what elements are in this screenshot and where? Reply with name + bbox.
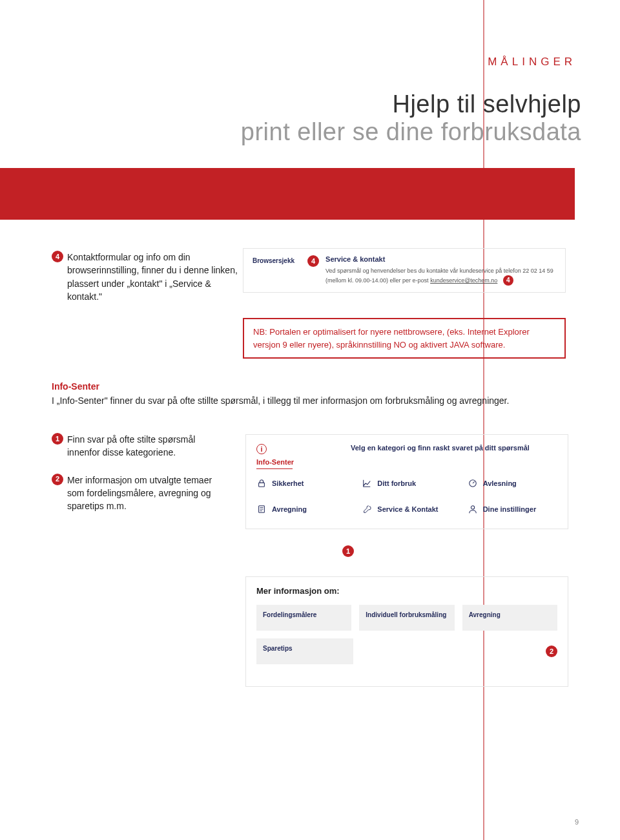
info-senter-section: Info-Senter I „Info-Senter" finner du sv… xyxy=(52,381,568,408)
more-item-sparetips[interactable]: Sparetips xyxy=(256,638,353,664)
more-item-avregning[interactable]: Avregning xyxy=(462,605,557,631)
mp-label: Avregning xyxy=(469,611,501,618)
running-head: MÅLINGER xyxy=(488,56,576,68)
category-prompt: Velg en kategori og finn raskt svaret på… xyxy=(351,444,557,452)
faq-text-2: Mer informasjon om utvalgte temaer som f… xyxy=(67,474,226,513)
active-underline xyxy=(256,468,293,469)
faq-bullet-2: 2 xyxy=(52,474,63,485)
faq-column: 1 Finn svar på ofte stilte spørsmål inne… xyxy=(52,433,226,527)
svg-point-7 xyxy=(471,506,474,509)
more-item-individuell[interactable]: Individuell forbruksmåling xyxy=(359,605,454,631)
category-ditt-forbruk[interactable]: Ditt forbruk xyxy=(362,478,451,488)
category-label: Avregning xyxy=(272,505,307,513)
title-line1: Hjelp til selvhjelp xyxy=(39,90,581,118)
page-number: 9 xyxy=(575,818,579,826)
bullet-4: 4 xyxy=(52,251,63,262)
tool-icon xyxy=(362,504,372,514)
snippet-email-link[interactable]: kundeservice@techem.no xyxy=(430,277,497,284)
category-label: Service & Kontakt xyxy=(377,505,438,513)
more-item-fordelingsmalere[interactable]: Fordelingsmålere xyxy=(256,605,351,631)
snippet-service-body: Ved spørsmål og henvendelser bes du kont… xyxy=(326,267,556,286)
category-avlesning[interactable]: Avlesning xyxy=(468,478,557,488)
page-title: Hjelp til selvhjelp print eller se dine … xyxy=(39,90,581,146)
document-icon xyxy=(256,504,267,514)
info-senter-heading: Info-Senter xyxy=(52,381,568,392)
info-senter-body: I „Info-Senter" finner du svar på ofte s… xyxy=(52,394,568,408)
browsersjekk-label: Browsersjekk xyxy=(253,255,294,267)
mp-label: Fordelingsmålere xyxy=(263,611,316,618)
mp-label: Individuell forbruksmåling xyxy=(366,611,446,618)
category-label: Sikkerhet xyxy=(272,479,304,487)
callout-bullet-2: 2 xyxy=(546,646,557,657)
chart-icon xyxy=(362,478,372,488)
faq-bullet-1: 1 xyxy=(52,433,63,445)
category-label: Ditt forbruk xyxy=(377,479,416,487)
category-service-kontakt[interactable]: Service & Kontakt xyxy=(362,504,451,514)
category-label: Dine instillinger xyxy=(483,505,537,513)
snippet-sub-bullet: 4 xyxy=(503,275,513,286)
section-4-text: Kontaktformular og info om din browserin… xyxy=(67,251,242,303)
category-avregning[interactable]: Avregning xyxy=(256,504,346,514)
faq-item-1: 1 Finn svar på ofte stilte spørsmål inne… xyxy=(52,433,226,459)
more-info-panel: Mer informasjon om: Fordelingsmålere Ind… xyxy=(245,576,568,687)
category-dine-instillinger[interactable]: Dine instillinger xyxy=(468,504,557,514)
faq-text-1: Finn svar på ofte stilte spørsmål innenf… xyxy=(67,433,226,459)
info-senter-category-panel: i Info-Senter Velg en kategori og finn r… xyxy=(245,434,568,529)
faq-item-2: 2 Mer informasjon om utvalgte temaer som… xyxy=(52,474,226,513)
meter-icon xyxy=(468,478,478,488)
snippet-service-title: Service & kontakt xyxy=(326,255,556,263)
more-info-title: Mer informasjon om: xyxy=(256,586,557,596)
info-icon: i xyxy=(256,444,267,454)
mp-label: Sparetips xyxy=(263,645,293,652)
callout-bullet-1: 1 xyxy=(342,545,354,557)
category-sikkerhet[interactable]: Sikkerhet xyxy=(256,478,346,488)
svg-rect-0 xyxy=(259,483,265,487)
user-icon xyxy=(468,504,478,514)
nb-note-box: NB: Portalen er optimalisert for nyere n… xyxy=(243,318,566,359)
info-senter-panel-label: Info-Senter xyxy=(256,458,294,466)
snippet-bullet-4: 4 xyxy=(307,255,319,267)
title-line2: print eller se dine forbruksdata xyxy=(39,118,581,146)
service-kontakt-snippet: Browsersjekk 4 Service & kontakt Ved spø… xyxy=(243,248,566,293)
red-banner xyxy=(0,168,575,220)
category-label: Avlesning xyxy=(483,479,517,487)
svg-line-2 xyxy=(473,481,475,483)
lock-icon xyxy=(256,478,267,488)
